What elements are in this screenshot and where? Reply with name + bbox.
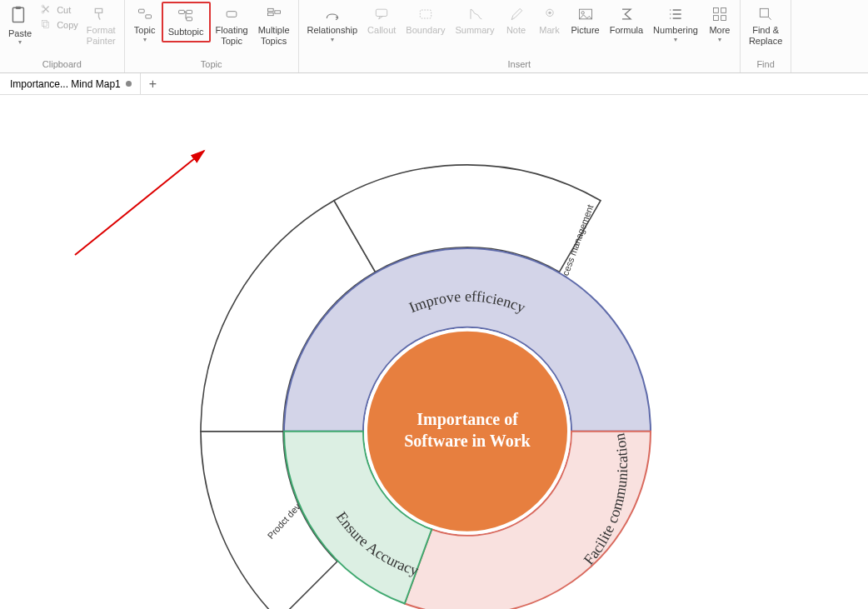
callout-icon bbox=[372, 5, 391, 23]
subtopic-label: Subtopic bbox=[168, 27, 204, 37]
relationship-button[interactable]: Relationship ▾ bbox=[302, 2, 363, 47]
summary-label: Summary bbox=[455, 25, 494, 36]
group-label-topic: Topic bbox=[201, 57, 222, 72]
floating-topic-button[interactable]: Floating Topic bbox=[211, 2, 253, 50]
cut-icon bbox=[40, 3, 53, 17]
boundary-label: Boundary bbox=[406, 25, 445, 36]
more-button[interactable]: More ▾ bbox=[703, 2, 736, 47]
svg-rect-4 bbox=[42, 20, 47, 26]
boundary-button[interactable]: Boundary bbox=[401, 2, 450, 39]
note-label: Note bbox=[506, 25, 526, 36]
copy-button[interactable]: Copy bbox=[40, 18, 78, 32]
svg-rect-9 bbox=[187, 10, 192, 13]
floating-topic-label-2: Topic bbox=[221, 36, 242, 47]
multiple-topics-button[interactable]: Multiple Topics bbox=[253, 2, 295, 50]
format-painter-label-1: Format bbox=[87, 25, 116, 36]
svg-rect-22 bbox=[721, 8, 726, 13]
chevron-down-icon: ▾ bbox=[674, 36, 677, 43]
svg-point-20 bbox=[581, 12, 584, 14]
group-topic: Topic ▾ Subtopic Floating Topic Multiple… bbox=[125, 0, 299, 72]
formula-label: Formula bbox=[610, 25, 643, 36]
svg-rect-16 bbox=[420, 10, 431, 18]
relationship-label: Relationship bbox=[307, 25, 358, 36]
document-tab-label: Importance... Mind Map1 bbox=[10, 78, 121, 90]
svg-rect-24 bbox=[721, 16, 726, 21]
center-label-1: Importance of bbox=[417, 409, 518, 428]
multiple-topics-icon bbox=[265, 5, 283, 23]
svg-rect-21 bbox=[713, 8, 718, 13]
callout-label: Callout bbox=[367, 25, 396, 36]
formula-button[interactable]: Formula bbox=[605, 2, 648, 39]
svg-rect-7 bbox=[146, 15, 152, 18]
group-find: Find & Replace Find bbox=[741, 0, 791, 72]
formula-icon bbox=[617, 5, 636, 23]
subtopic-icon bbox=[177, 7, 195, 25]
svg-rect-0 bbox=[12, 7, 23, 22]
group-label-find: Find bbox=[756, 57, 774, 72]
svg-rect-23 bbox=[713, 16, 718, 21]
svg-rect-25 bbox=[760, 8, 768, 17]
mindmap-canvas[interactable]: Prodct development Development Process m… bbox=[0, 95, 868, 609]
note-button[interactable]: Note bbox=[500, 2, 533, 39]
picture-button[interactable]: Picture bbox=[566, 2, 605, 39]
format-painter-button[interactable]: Format Painter bbox=[82, 2, 121, 50]
document-tabbar: Importance... Mind Map1 + bbox=[0, 73, 868, 95]
boundary-icon bbox=[417, 5, 435, 23]
mark-button[interactable]: Mark bbox=[533, 2, 566, 39]
topic-icon bbox=[136, 5, 154, 23]
numbering-button[interactable]: Numbering ▾ bbox=[648, 2, 703, 47]
floating-topic-label-1: Floating bbox=[216, 25, 248, 36]
picture-icon bbox=[576, 5, 595, 23]
paste-button[interactable]: Paste ▾ bbox=[3, 2, 37, 49]
find-replace-label-1: Find & bbox=[752, 25, 779, 36]
svg-rect-12 bbox=[267, 8, 273, 11]
group-label-clipboard: Clipboard bbox=[42, 57, 82, 72]
find-replace-button[interactable]: Find & Replace bbox=[744, 2, 787, 50]
chevron-down-icon: ▾ bbox=[143, 36, 147, 43]
multiple-topics-label-1: Multiple bbox=[258, 25, 290, 36]
document-tab[interactable]: Importance... Mind Map1 bbox=[2, 73, 141, 94]
more-label: More bbox=[709, 25, 730, 36]
find-replace-icon bbox=[756, 5, 775, 23]
svg-rect-6 bbox=[138, 9, 144, 12]
topic-button[interactable]: Topic ▾ bbox=[128, 2, 162, 47]
svg-rect-8 bbox=[179, 10, 185, 13]
group-label-insert: Insert bbox=[507, 57, 531, 72]
cut-button[interactable]: Cut bbox=[40, 3, 78, 17]
multiple-topics-label-2: Topics bbox=[261, 36, 287, 47]
center-label-2: Software in Work bbox=[404, 431, 531, 449]
cut-label: Cut bbox=[57, 5, 71, 15]
svg-rect-11 bbox=[227, 12, 237, 17]
picture-label: Picture bbox=[571, 25, 600, 36]
topic-label: Topic bbox=[134, 25, 156, 36]
svg-point-18 bbox=[548, 12, 551, 14]
summary-icon bbox=[466, 5, 484, 23]
svg-rect-5 bbox=[44, 22, 49, 28]
note-icon bbox=[507, 5, 526, 23]
numbering-label: Numbering bbox=[653, 25, 698, 36]
group-clipboard: Paste ▾ Cut Copy Format Painter Clipboar… bbox=[0, 0, 125, 72]
copy-label: Copy bbox=[57, 20, 78, 30]
mark-label: Mark bbox=[539, 25, 559, 36]
ribbon-toolbar: Paste ▾ Cut Copy Format Painter Clipboar… bbox=[0, 0, 868, 73]
paste-label: Paste bbox=[8, 28, 32, 38]
add-tab-button[interactable]: + bbox=[141, 77, 165, 92]
svg-rect-14 bbox=[274, 11, 280, 13]
summary-button[interactable]: Summary bbox=[450, 2, 499, 39]
more-icon bbox=[711, 5, 729, 23]
mark-icon bbox=[541, 5, 559, 23]
numbering-icon bbox=[666, 5, 685, 23]
chevron-down-icon: ▾ bbox=[331, 36, 334, 43]
find-replace-label-2: Replace bbox=[749, 36, 782, 47]
relationship-icon bbox=[323, 5, 342, 23]
paste-icon bbox=[8, 5, 32, 28]
svg-rect-10 bbox=[187, 17, 192, 21]
svg-rect-15 bbox=[377, 9, 387, 16]
group-insert: Relationship ▾ Callout Boundary Summary … bbox=[299, 0, 741, 72]
callout-button[interactable]: Callout bbox=[362, 2, 401, 39]
chevron-down-icon: ▾ bbox=[718, 36, 721, 43]
svg-rect-1 bbox=[16, 7, 22, 9]
subtopic-button[interactable]: Subtopic bbox=[162, 2, 211, 42]
copy-icon bbox=[40, 18, 53, 32]
format-painter-icon bbox=[92, 5, 110, 23]
